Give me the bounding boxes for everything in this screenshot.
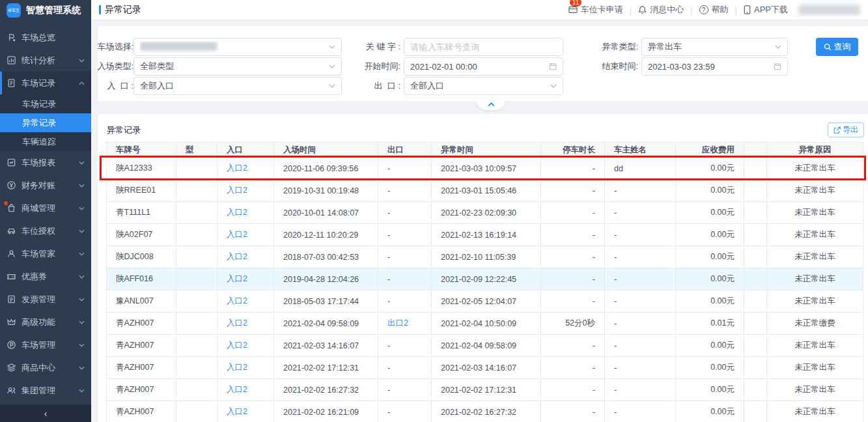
message-center-button[interactable]: 消息中心 — [638, 4, 684, 16]
search-button[interactable]: 查询 — [816, 38, 858, 56]
start-time-input[interactable]: 2021-02-01 00:00 — [404, 57, 563, 76]
table-cell — [176, 290, 217, 313]
table-cell: 出口2 — [378, 313, 432, 335]
report-icon — [7, 158, 16, 167]
sidebar-item-finance[interactable]: 财务对账 — [0, 174, 91, 197]
calendar-icon — [549, 63, 557, 70]
help-button[interactable]: ? 帮助 — [699, 4, 729, 16]
card-icon — [568, 6, 578, 14]
gate-link[interactable]: 入口2 — [227, 363, 247, 372]
sidebar-item-parking-overview[interactable]: 车场总览 — [0, 26, 91, 49]
table-cell: 未正常出车 — [767, 268, 863, 290]
table-cell: 0.00元 — [676, 246, 744, 268]
table-cell: - — [541, 379, 605, 401]
sidebar-item-parking-records[interactable]: 车场记录 — [0, 72, 91, 94]
chevron-up-icon — [79, 81, 85, 85]
table-cell: 陕DJC008 — [107, 246, 176, 268]
submenu-item-parking-records[interactable]: 车场记录 — [0, 94, 91, 113]
card-request-button[interactable]: 11 车位卡申请 — [568, 4, 623, 16]
table-cell: - — [541, 357, 605, 379]
table-cell: - — [378, 246, 432, 268]
chevron-down-icon — [79, 161, 85, 165]
collapse-sidebar-button[interactable]: ‹ — [0, 404, 91, 422]
gate-link[interactable]: 入口2 — [227, 252, 247, 261]
crown-icon — [7, 317, 16, 327]
table-row[interactable]: 青AZH007入口22021-02-02 17:12:31-2021-02-03… — [107, 357, 863, 379]
gate-link[interactable]: 入口2 — [227, 274, 247, 283]
separator: | — [735, 5, 737, 15]
table-cell: 入口2 — [217, 379, 274, 401]
end-time-input[interactable]: 2021-03-03 23:59 — [641, 57, 788, 76]
table-row[interactable]: 青AZH007入口22021-02-02 16:21:09-2021-02-02… — [107, 401, 863, 422]
sidebar-item-label: 发票管理 — [21, 294, 74, 305]
table-cell: 0.00元 — [676, 335, 744, 357]
table-row[interactable]: 青T111L1入口22020-10-01 14:08:07-2021-02-23… — [107, 202, 863, 224]
abnormal-type-select[interactable]: 异常出车 — [641, 38, 788, 56]
table-cell: 未正常出车 — [767, 180, 863, 202]
sidebar-group-parking-records: 车场记录 车场记录 异常记录 车辆追踪 — [0, 72, 91, 151]
table-cell — [176, 224, 217, 246]
sidebar-item-label: 财务对账 — [21, 180, 74, 191]
gate-link[interactable]: 入口2 — [227, 385, 247, 394]
gate-link[interactable]: 出口2 — [387, 318, 408, 328]
gate-link[interactable]: 入口2 — [227, 341, 247, 350]
chevron-down-icon — [79, 320, 85, 324]
gate-link[interactable]: 入口2 — [227, 230, 247, 239]
mall-icon — [7, 203, 16, 213]
collapse-filters-button[interactable] — [477, 100, 505, 110]
table-row[interactable]: 陕AFF016入口22019-04-28 12:04:26-2021-02-09… — [107, 268, 863, 290]
topbar: 异常记录 11 车位卡申请 | 消息中心 | ? 帮助 | APP下载 — [91, 0, 868, 20]
sidebar-item-mall[interactable]: 商城管理 — [0, 197, 91, 219]
entrance-select[interactable]: 全部入口 — [133, 77, 342, 95]
sidebar-item-group-management[interactable]: 集团管理 — [0, 379, 91, 402]
gate-link[interactable]: 入口2 — [227, 407, 247, 416]
column-header: 出口 — [378, 143, 432, 158]
export-button[interactable]: 导出 — [828, 122, 864, 137]
table-cell: 青AZH007 — [107, 313, 176, 335]
user-account[interactable] — [798, 5, 860, 15]
sidebar-item-stats[interactable]: 统计分析 — [0, 49, 91, 72]
table-row[interactable]: 陕A02F07入口22020-12-11 10:20:29-2021-02-13… — [107, 224, 863, 246]
abnormal-records-table: 车牌号型入口入场时间出口异常时间停车时长车主姓名应收费用异常原因 陕A12333… — [106, 142, 863, 422]
lot-select[interactable] — [133, 38, 342, 56]
bell-icon — [638, 5, 647, 14]
sidebar-item-space-authorization[interactable]: 车位授权 — [0, 219, 91, 242]
sidebar-item-product-center[interactable]: 商品中心 — [0, 356, 91, 379]
table-row[interactable]: 陕RREE01入口22019-10-31 00:19:48-2021-03-01… — [107, 180, 863, 202]
keyword-input[interactable] — [404, 38, 563, 56]
sidebar-item-parking-reports[interactable]: 车场报表 — [0, 151, 91, 174]
table-row[interactable]: 陕A12333入口22020-11-06 09:39:56-2021-03-03… — [107, 158, 863, 180]
table-cell: - — [605, 379, 676, 401]
table-cell: 2021-02-02 16:27:32 — [274, 379, 378, 401]
submenu-item-vehicle-tracking[interactable]: 车辆追踪 — [0, 132, 91, 151]
entry-type-select[interactable]: 全部类型 — [133, 57, 342, 76]
table-cell: 2021-02-03 14:16:07 — [274, 335, 378, 357]
table-cell — [744, 357, 767, 379]
exit-select[interactable]: 全部入口 — [404, 77, 563, 95]
table-row[interactable]: 青AZH007入口22021-02-04 09:58:09出口22021-02-… — [107, 313, 863, 335]
start-time-label: 开始时间: — [355, 57, 400, 76]
table-row[interactable]: 陕DJC008入口22018-07-03 00:42:53-2021-02-10… — [107, 246, 863, 268]
sidebar-item-invoice[interactable]: 发票管理 — [0, 288, 91, 311]
chevron-down-icon — [79, 343, 85, 347]
gate-link[interactable]: 入口2 — [227, 163, 247, 173]
table-cell — [176, 401, 217, 422]
app-logo-icon: 停车王 — [7, 3, 21, 18]
gate-link[interactable]: 入口2 — [227, 186, 247, 195]
submenu-item-abnormal-records[interactable]: 异常记录 — [0, 113, 91, 132]
sidebar-item-coupon[interactable]: 优惠券 — [0, 265, 91, 288]
gate-link[interactable]: 入口2 — [227, 208, 247, 217]
gate-link[interactable]: 入口2 — [227, 318, 247, 328]
table-row[interactable]: 豫ANL007入口22018-05-03 17:17:44-2021-02-05… — [107, 290, 863, 313]
sidebar-item-advanced[interactable]: 高级功能 — [0, 311, 91, 333]
sidebar-menu: 车场总览 统计分析 车场记录 车场记录 异常记录 车辆追踪 车场报表 财务对账 — [0, 21, 91, 404]
lot-select-label: 车场选择: — [88, 38, 133, 56]
sidebar-item-butler[interactable]: 车场管家 — [0, 242, 91, 265]
table-row[interactable]: 青AZH007入口22021-02-03 14:16:07-2021-02-04… — [107, 335, 863, 357]
table-row[interactable]: 青AZH007入口22021-02-02 16:27:32-2021-02-02… — [107, 379, 863, 401]
app-download-button[interactable]: APP下载 — [744, 4, 788, 16]
sidebar-item-label: 商品中心 — [21, 362, 74, 374]
sidebar-item-lot-management[interactable]: 车场管理 — [0, 333, 91, 356]
table-cell: - — [378, 401, 432, 422]
gate-link[interactable]: 入口2 — [227, 296, 247, 305]
